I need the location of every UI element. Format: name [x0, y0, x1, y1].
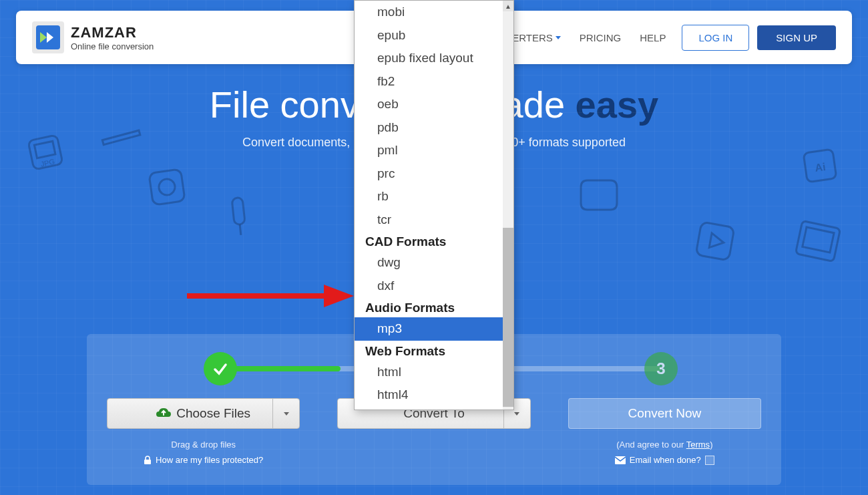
svg-rect-14 [144, 460, 151, 464]
mail-icon [615, 456, 626, 464]
format-dropdown: mobiepubepub fixed layoutfb2oebpdbpmlprc… [354, 0, 514, 410]
brand-tagline: Online file conversion [71, 41, 154, 51]
agree-pre: (And agree to our [616, 440, 686, 450]
format-option-pdb[interactable]: pdb [355, 116, 503, 140]
dropdown-scrollbar-thumb[interactable] [503, 228, 513, 407]
brand-name: ZAMZAR [71, 24, 154, 41]
drag-drop-hint: Drag & drop files [107, 440, 300, 450]
nav-pricing[interactable]: PRICING [570, 27, 631, 49]
agree-terms-hint: (And agree to our Terms) [568, 440, 761, 450]
step-3-circle: 3 [644, 352, 678, 385]
nav-help[interactable]: HELP [630, 27, 675, 49]
signup-button[interactable]: SIGN UP [757, 25, 836, 50]
convert-now-label: Convert Now [628, 406, 701, 421]
format-option-tcr[interactable]: tcr [355, 208, 503, 232]
format-group-cad: CAD Formats [355, 231, 503, 251]
choose-files-button[interactable]: Choose Files [107, 398, 300, 429]
chevron-down-icon [284, 412, 289, 416]
email-when-done-checkbox[interactable] [705, 456, 714, 465]
format-option-rb[interactable]: rb [355, 185, 503, 208]
step-1-done-icon [204, 352, 237, 385]
format-option-mobi[interactable]: mobi [355, 1, 503, 24]
format-option-html[interactable]: html [355, 361, 503, 384]
lock-icon [144, 456, 152, 465]
email-when-done-label: Email when done? [630, 455, 701, 465]
format-option-dxf[interactable]: dxf [355, 275, 503, 298]
format-option-epub-fixed-layout[interactable]: epub fixed layout [355, 47, 503, 70]
terms-link[interactable]: Terms [686, 440, 710, 450]
convert-now-button[interactable]: Convert Now [568, 398, 761, 429]
step-3-number: 3 [656, 359, 665, 378]
format-group-web: Web Formats [355, 341, 503, 361]
format-option-html5[interactable]: html5 [355, 407, 503, 410]
format-option-oeb[interactable]: oeb [355, 93, 503, 116]
svg-rect-15 [615, 456, 626, 464]
login-button[interactable]: LOG IN [682, 25, 749, 51]
format-option-pml[interactable]: pml [355, 139, 503, 162]
format-option-prc[interactable]: prc [355, 162, 503, 186]
format-option-mp3[interactable]: mp3 [355, 317, 503, 341]
scroll-up-arrow-icon[interactable]: ▲ [503, 1, 513, 11]
logo-mark-icon [32, 21, 64, 53]
chevron-down-icon [556, 36, 561, 39]
choose-files-dropdown-toggle[interactable] [272, 399, 299, 428]
logo[interactable]: ZAMZAR Online file conversion [32, 21, 154, 53]
format-group-audio: Audio Formats [355, 297, 503, 317]
format-option-html4[interactable]: html4 [355, 383, 503, 407]
format-option-fb2[interactable]: fb2 [355, 70, 503, 94]
chevron-down-icon [514, 412, 519, 416]
format-option-epub[interactable]: epub [355, 24, 503, 47]
agree-post: ) [710, 440, 712, 450]
choose-files-label: Choose Files [176, 406, 250, 421]
format-option-dwg[interactable]: dwg [355, 251, 503, 275]
files-protected-link[interactable]: How are my files protected? [156, 455, 263, 465]
